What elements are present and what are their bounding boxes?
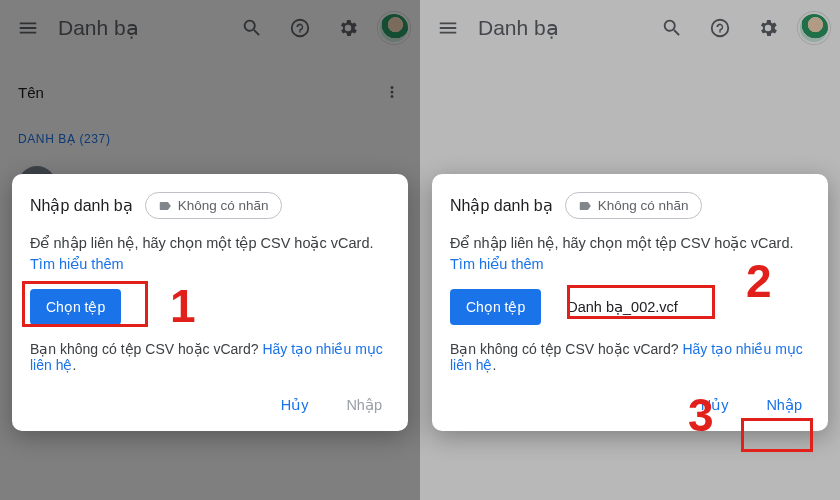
choose-file-button[interactable]: Chọn tệp bbox=[30, 289, 121, 325]
dialog-help-suffix: . bbox=[492, 357, 496, 373]
choose-file-button[interactable]: Chọn tệp bbox=[450, 289, 541, 325]
dialog-instruction: Để nhập liên hệ, hãy chọn một tệp CSV ho… bbox=[30, 233, 390, 275]
dialog-help-suffix: . bbox=[72, 357, 76, 373]
cancel-button[interactable]: Hủy bbox=[273, 391, 317, 419]
dialog-help: Bạn không có tệp CSV hoặc vCard? Hãy tạo… bbox=[450, 341, 810, 373]
learn-more-link[interactable]: Tìm hiểu thêm bbox=[30, 256, 124, 272]
cancel-button[interactable]: Hủy bbox=[693, 391, 737, 419]
label-icon bbox=[158, 199, 172, 213]
selected-filename: Danh bạ_002.vcf bbox=[557, 295, 688, 319]
no-label-chip-text: Không có nhãn bbox=[178, 198, 269, 213]
dialog-instruction-text: Để nhập liên hệ, hãy chọn một tệp CSV ho… bbox=[30, 235, 373, 251]
screen-right: Danh bạ Nhập danh bạ Không có nhãn Để nh… bbox=[420, 0, 840, 500]
no-label-chip[interactable]: Không có nhãn bbox=[145, 192, 282, 219]
learn-more-link[interactable]: Tìm hiểu thêm bbox=[450, 256, 544, 272]
screen-left: Danh bạ Tên DANH BẠ (237) A A Khanh Ador… bbox=[0, 0, 420, 500]
dialog-instruction-text: Để nhập liên hệ, hãy chọn một tệp CSV ho… bbox=[450, 235, 793, 251]
no-label-chip[interactable]: Không có nhãn bbox=[565, 192, 702, 219]
import-button: Nhập bbox=[338, 391, 390, 419]
import-dialog: Nhập danh bạ Không có nhãn Để nhập liên … bbox=[12, 174, 408, 431]
dialog-help-text: Bạn không có tệp CSV hoặc vCard? bbox=[450, 341, 682, 357]
dialog-title: Nhập danh bạ bbox=[30, 196, 133, 215]
dialog-title: Nhập danh bạ bbox=[450, 196, 553, 215]
label-icon bbox=[578, 199, 592, 213]
dialog-help-text: Bạn không có tệp CSV hoặc vCard? bbox=[30, 341, 262, 357]
dialog-help: Bạn không có tệp CSV hoặc vCard? Hãy tạo… bbox=[30, 341, 390, 373]
dialog-instruction: Để nhập liên hệ, hãy chọn một tệp CSV ho… bbox=[450, 233, 810, 275]
no-label-chip-text: Không có nhãn bbox=[598, 198, 689, 213]
import-dialog: Nhập danh bạ Không có nhãn Để nhập liên … bbox=[432, 174, 828, 431]
import-button[interactable]: Nhập bbox=[758, 391, 810, 419]
